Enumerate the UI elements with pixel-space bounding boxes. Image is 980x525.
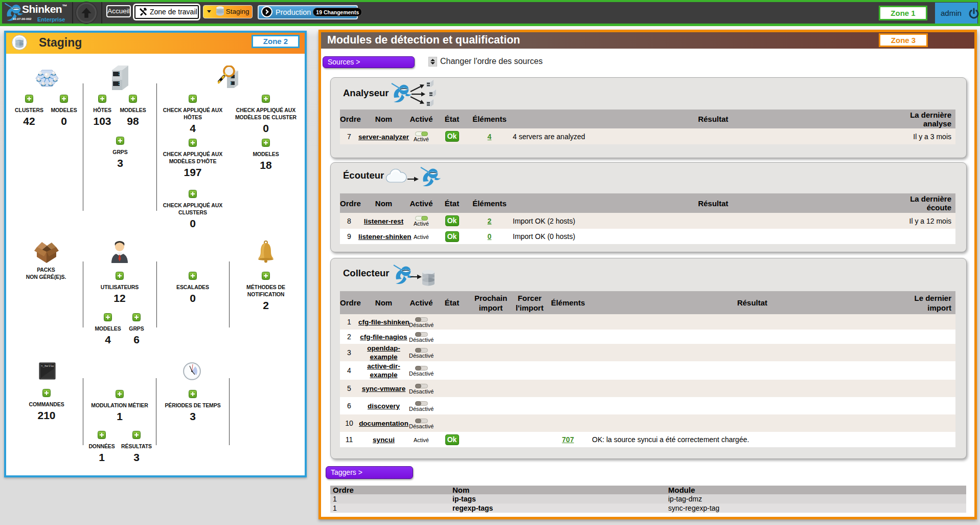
svg-text:>_hello: >_hello bbox=[41, 364, 54, 368]
